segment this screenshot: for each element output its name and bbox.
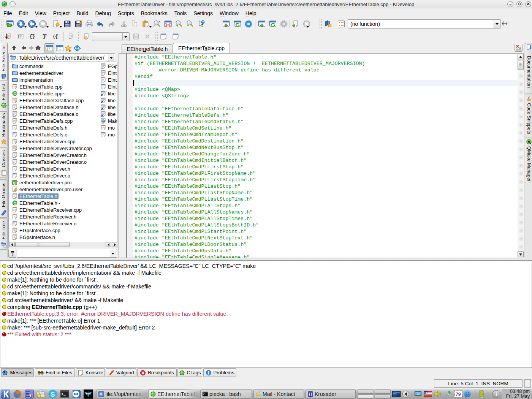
- svg-text:US: US: [424, 392, 428, 394]
- svg-text:CPP: CPP: [13, 100, 16, 101]
- svg-text:79: 79: [456, 392, 461, 397]
- svg-text:CPP: CPP: [13, 230, 16, 231]
- svg-text:CPP: CPP: [13, 141, 16, 142]
- svg-text:CPP: CPP: [13, 209, 16, 211]
- svg-text:.H: .H: [13, 168, 15, 170]
- svg-text:.H: .H: [102, 79, 104, 81]
- svg-text:.H: .H: [13, 236, 15, 238]
- svg-text:CPP: CPP: [101, 72, 105, 74]
- svg-text:.H: .H: [13, 195, 15, 197]
- svg-text:.H: .H: [13, 154, 15, 156]
- svg-text:CPP: CPP: [13, 120, 16, 122]
- svg-text:.H: .H: [13, 106, 15, 108]
- svg-text:.H: .H: [13, 127, 15, 129]
- svg-text:?: ?: [202, 20, 204, 24]
- svg-text:CPP: CPP: [13, 86, 16, 88]
- svg-text:S: S: [51, 391, 55, 398]
- svg-text:CPP: CPP: [101, 127, 105, 129]
- svg-text:.H: .H: [13, 215, 15, 218]
- svg-text:CPP: CPP: [13, 147, 16, 149]
